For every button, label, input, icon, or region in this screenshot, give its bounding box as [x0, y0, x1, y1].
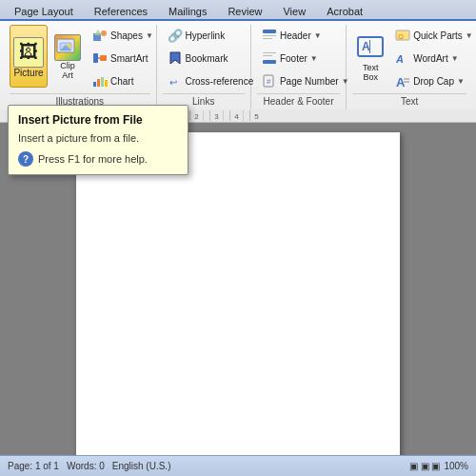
- header-icon: [262, 28, 277, 43]
- svg-marker-14: [170, 52, 180, 64]
- svg-point-5: [101, 30, 107, 36]
- quick-parts-icon: Ω: [395, 28, 410, 43]
- tab-view[interactable]: View: [272, 2, 316, 19]
- quick-parts-dropdown-arrow: ▼: [466, 31, 473, 40]
- status-left: Page: 1 of 1 Words: 0 English (U.S.): [8, 461, 170, 471]
- text-box-icon: A: [356, 32, 385, 63]
- ribbon-content: Picture Clip Art: [0, 21, 476, 109]
- tooltip-help: ? Press F1 for more help.: [18, 151, 178, 167]
- tab-page-layout[interactable]: Page Layout: [4, 2, 84, 19]
- tooltip-title: Insert Picture from File: [18, 113, 178, 127]
- drop-cap-icon: A: [395, 73, 410, 89]
- footer-dropdown-arrow: ▼: [310, 54, 318, 63]
- tooltip-help-text: Press F1 for more help.: [38, 153, 148, 165]
- ribbon-container: Page Layout References Mailings Review V…: [0, 0, 476, 109]
- svg-rect-8: [100, 55, 107, 61]
- svg-rect-18: [263, 38, 272, 39]
- svg-rect-13: [105, 80, 108, 87]
- smartart-icon: [92, 50, 108, 66]
- svg-rect-12: [101, 77, 104, 87]
- cross-reference-button[interactable]: ↩ Cross-reference: [163, 70, 259, 91]
- document-page: [76, 132, 400, 460]
- header-button[interactable]: Header ▼: [257, 25, 327, 46]
- drop-cap-dropdown-arrow: ▼: [457, 77, 465, 86]
- drop-cap-button[interactable]: A Drop Cap ▼: [390, 70, 476, 91]
- cross-reference-icon: ↩: [168, 73, 183, 89]
- bookmark-button[interactable]: Bookmark: [163, 48, 233, 69]
- header-footer-group: Header ▼ Footer ▼: [251, 25, 347, 109]
- picture-icon: [13, 37, 44, 68]
- footer-button[interactable]: Footer ▼: [257, 48, 323, 69]
- svg-rect-26: [369, 40, 370, 53]
- svg-marker-6: [94, 30, 102, 35]
- clip-art-icon: [54, 34, 81, 61]
- svg-text:A: A: [395, 53, 404, 65]
- svg-rect-11: [97, 79, 100, 87]
- word-count: Words: 0: [67, 461, 105, 471]
- tooltip-popup: Insert Picture from File Insert a pictur…: [8, 105, 188, 175]
- svg-rect-20: [263, 55, 272, 56]
- smartart-button[interactable]: SmartArt: [88, 48, 158, 69]
- status-right: ▣ ▣ ▣ 100%: [409, 461, 468, 471]
- tooltip-description: Insert a picture from a file.: [18, 132, 178, 144]
- svg-rect-7: [93, 53, 98, 63]
- quick-parts-button[interactable]: Ω Quick Parts ▼: [390, 25, 476, 46]
- shapes-button[interactable]: Shapes ▼: [88, 25, 158, 46]
- footer-icon: [262, 50, 277, 66]
- clip-art-button[interactable]: Clip Art: [50, 25, 85, 88]
- text-group: A Text Box Ω: [347, 25, 472, 109]
- svg-text:↩: ↩: [169, 77, 177, 88]
- hyperlink-icon: 🔗: [168, 28, 183, 43]
- svg-text:A: A: [362, 40, 370, 53]
- language: English (U.S.): [112, 461, 171, 471]
- svg-rect-10: [93, 82, 96, 87]
- svg-rect-21: [263, 60, 276, 64]
- view-buttons: ▣ ▣ ▣: [409, 461, 441, 471]
- svg-rect-19: [263, 52, 276, 53]
- svg-rect-17: [263, 35, 276, 36]
- chart-icon: [92, 73, 108, 89]
- shapes-icon: [92, 28, 108, 43]
- illustrations-group: Picture Clip Art: [4, 25, 157, 109]
- wordart-dropdown-arrow: ▼: [451, 54, 459, 63]
- svg-rect-16: [263, 30, 276, 33]
- tab-review[interactable]: Review: [217, 2, 272, 19]
- zoom-level: 100%: [444, 461, 468, 471]
- picture-button[interactable]: Picture: [10, 25, 48, 88]
- help-icon: ?: [18, 151, 33, 167]
- links-group: 🔗 Hyperlink Bookmark ↩: [157, 25, 251, 109]
- wordart-button[interactable]: A WordArt ▼: [390, 48, 476, 69]
- svg-text:#: #: [267, 77, 271, 86]
- chart-button[interactable]: Chart: [88, 70, 158, 91]
- status-bar: Page: 1 of 1 Words: 0 English (U.S.) ▣ ▣…: [0, 455, 476, 476]
- header-footer-group-label: Header & Footer: [257, 93, 340, 109]
- svg-point-3: [68, 44, 71, 48]
- text-box-button[interactable]: A Text Box: [352, 25, 388, 88]
- tab-references[interactable]: References: [84, 2, 158, 19]
- page-number-button[interactable]: # Page Number ▼: [257, 70, 354, 91]
- hyperlink-button[interactable]: 🔗 Hyperlink: [163, 25, 230, 46]
- text-group-label: Text: [352, 93, 466, 109]
- tab-mailings[interactable]: Mailings: [158, 2, 217, 19]
- page-number-icon: #: [262, 73, 277, 89]
- bookmark-icon: [168, 50, 183, 66]
- shapes-dropdown-arrow: ▼: [146, 31, 153, 40]
- svg-text:Ω: Ω: [398, 32, 404, 41]
- wordart-icon: A: [395, 50, 410, 66]
- tab-bar: Page Layout References Mailings Review V…: [0, 0, 476, 21]
- page-info: Page: 1 of 1: [8, 461, 59, 471]
- header-dropdown-arrow: ▼: [314, 31, 322, 40]
- tab-acrobat[interactable]: Acrobat: [316, 2, 373, 19]
